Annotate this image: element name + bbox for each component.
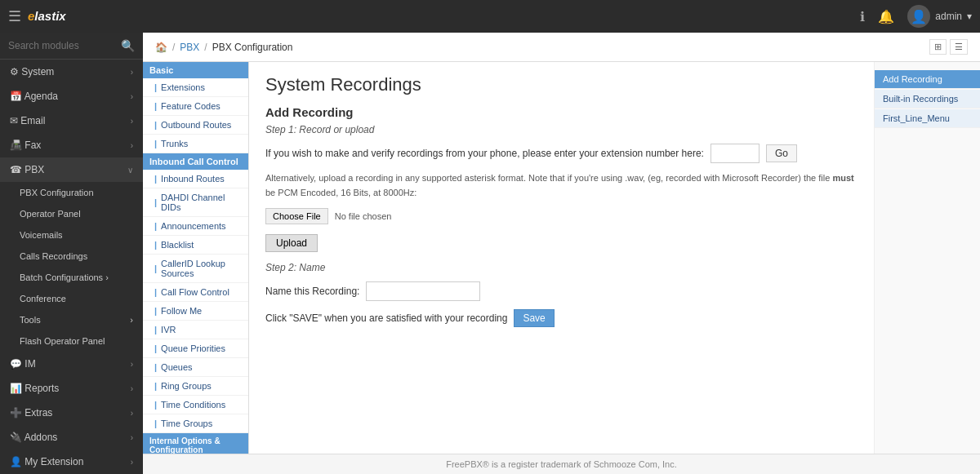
home-icon[interactable]: 🏠 (155, 42, 167, 53)
right-panel: Add Recording Built-in Recordings First_… (874, 62, 980, 454)
step2-label: Step 2: Name (265, 262, 858, 273)
sidebar-item-label: ✉ Email (10, 115, 45, 126)
top-header: ☰ elastix ℹ 🔔 👤 admin ▾ (0, 0, 980, 33)
chevron-right-icon: › (131, 117, 133, 126)
sidebar-subitem-calls-recordings[interactable]: Calls Recordings (0, 246, 143, 267)
left-nav: Basic Extensions Feature Codes Outbound … (143, 62, 249, 454)
search-input[interactable] (8, 40, 121, 51)
save-note: Click "SAVE" when you are satisfied with… (265, 312, 507, 324)
nav-item-announcements[interactable]: Announcements (143, 217, 248, 236)
name-row: Name this Recording: (265, 281, 858, 301)
nav-item-follow-me[interactable]: Follow Me (143, 302, 248, 321)
sidebar-item-im[interactable]: 💬 IM › (0, 352, 143, 376)
chevron-down-icon: ▾ (967, 11, 972, 22)
nav-section-internal: Internal Options & Configuration (143, 433, 248, 454)
breadcrumb: 🏠 / PBX / PBX Configuration ⊞ ☰ (143, 33, 980, 62)
extension-label: If you wish to make and verify recording… (265, 148, 704, 159)
breadcrumb-current: PBX Configuration (212, 42, 293, 53)
upload-button[interactable]: Upload (265, 234, 318, 252)
sidebar-item-label: 📠 Fax (10, 140, 41, 151)
sidebar-item-addons[interactable]: 🔌 Addons › (0, 425, 143, 450)
chevron-right-icon: › (105, 272, 109, 282)
chevron-right-icon: › (131, 68, 133, 77)
main-content: System Recordings Add Recording Step 1: … (249, 62, 874, 454)
chevron-right-icon: › (131, 409, 133, 418)
chevron-right-icon: › (130, 315, 133, 325)
name-label: Name this Recording: (265, 286, 359, 297)
main-layout: 🔍 ⚙ System › 📅 Agenda › ✉ Email › 📠 Fax … (0, 33, 980, 474)
sidebar-item-agenda[interactable]: 📅 Agenda › (0, 84, 143, 109)
right-panel-builtin-recordings[interactable]: Built-in Recordings (875, 90, 980, 109)
nav-item-ring-groups[interactable]: Ring Groups (143, 377, 248, 396)
alt-text: Alternatively, upload a recording in any… (265, 171, 858, 200)
sidebar-subitem-conference[interactable]: Conference (0, 288, 143, 309)
header-right: ℹ 🔔 👤 admin ▾ (860, 5, 972, 28)
hamburger-menu[interactable]: ☰ (8, 7, 21, 25)
nav-item-queues[interactable]: Queues (143, 358, 248, 377)
nav-item-callerid[interactable]: CallerID Lookup Sources (143, 255, 248, 283)
nav-item-inbound-routes[interactable]: Inbound Routes (143, 170, 248, 188)
sidebar-subitem-flash-operator-panel[interactable]: Flash Operator Panel (0, 330, 143, 352)
nav-item-feature-codes[interactable]: Feature Codes (143, 97, 248, 116)
sidebar-subitem-batch-configurations[interactable]: Batch Configurations › (0, 267, 143, 288)
extension-input[interactable] (710, 144, 760, 163)
sidebar-subitem-voicemails[interactable]: Voicemails (0, 224, 143, 246)
breadcrumb-pbx[interactable]: PBX (180, 42, 199, 53)
chevron-right-icon: › (131, 384, 133, 393)
nav-item-time-groups[interactable]: Time Groups (143, 414, 248, 433)
choose-file-button[interactable]: Choose File (265, 208, 328, 224)
search-icon: 🔍 (121, 39, 135, 52)
chevron-right-icon: › (131, 458, 133, 467)
list-view-btn[interactable]: ☰ (950, 39, 968, 55)
save-button[interactable]: Save (514, 309, 554, 327)
nav-item-trunks[interactable]: Trunks (143, 135, 248, 153)
sidebar-item-label: ☎ PBX (10, 164, 44, 175)
info-icon[interactable]: ℹ (860, 9, 865, 24)
chevron-right-icon: › (131, 360, 133, 369)
sidebar-search-area: 🔍 (0, 33, 143, 60)
sidebar-item-label: ➕ Extras (10, 407, 52, 419)
sidebar-item-my-extension[interactable]: 👤 My Extension › (0, 450, 143, 474)
right-panel-add-recording[interactable]: Add Recording (875, 70, 980, 89)
nav-section-inbound: Inbound Call Control (143, 153, 248, 170)
recording-name-input[interactable] (366, 281, 480, 301)
nav-section-basic: Basic (143, 62, 248, 78)
right-panel-first-line-menu[interactable]: First_Line_Menu (875, 109, 980, 128)
nav-item-ivr[interactable]: IVR (143, 321, 248, 339)
content-with-right-panel: System Recordings Add Recording Step 1: … (249, 62, 980, 454)
nav-item-dahdi[interactable]: DAHDI Channel DIDs (143, 188, 248, 217)
chevron-down-icon: ∨ (127, 166, 133, 175)
admin-label: admin (935, 11, 962, 22)
footer-text: FreePBX® is a register trademark of Schm… (446, 459, 677, 469)
sidebar-item-reports[interactable]: 📊 Reports › (0, 376, 143, 401)
nav-item-outbound-routes[interactable]: Outbound Routes (143, 116, 248, 135)
nav-item-blacklist[interactable]: Blacklist (143, 236, 248, 255)
bell-icon[interactable]: 🔔 (878, 9, 894, 24)
sidebar-item-system[interactable]: ⚙ System › (0, 60, 143, 84)
sidebar-subitem-operator-panel[interactable]: Operator Panel (0, 203, 143, 224)
grid-view-btn[interactable]: ⊞ (929, 39, 947, 55)
step1-label: Step 1: Record or upload (265, 124, 858, 135)
sidebar-item-extras[interactable]: ➕ Extras › (0, 401, 143, 425)
nav-item-extensions[interactable]: Extensions (143, 78, 248, 97)
page-title: System Recordings (265, 74, 858, 95)
nav-item-time-conditions[interactable]: Time Conditions (143, 396, 248, 414)
step2-section: Step 2: Name Name this Recording: Click … (265, 262, 858, 327)
panel-header: Add Recording (265, 105, 858, 119)
sidebar-item-fax[interactable]: 📠 Fax › (0, 133, 143, 157)
user-menu[interactable]: 👤 admin ▾ (907, 5, 972, 28)
logo: elastix (28, 9, 66, 24)
sidebar-subitem-pbx-configuration[interactable]: PBX Configuration (0, 182, 143, 203)
breadcrumb-sep: / (172, 42, 175, 53)
chevron-right-icon: › (131, 433, 133, 442)
nav-item-call-flow[interactable]: Call Flow Control (143, 283, 248, 302)
nav-item-queue-priorities[interactable]: Queue Priorities (143, 339, 248, 358)
extension-row: If you wish to make and verify recording… (265, 144, 858, 163)
logo-area: ☰ elastix (8, 7, 66, 25)
sidebar-item-pbx[interactable]: ☎ PBX ∨ (0, 157, 143, 182)
sidebar-item-email[interactable]: ✉ Email › (0, 109, 143, 133)
sidebar-item-label: 📅 Agenda (10, 91, 58, 102)
go-button[interactable]: Go (766, 144, 797, 162)
sidebar-subitem-tools[interactable]: Tools › (0, 309, 143, 330)
sidebar-item-label: 💬 IM (10, 358, 36, 370)
